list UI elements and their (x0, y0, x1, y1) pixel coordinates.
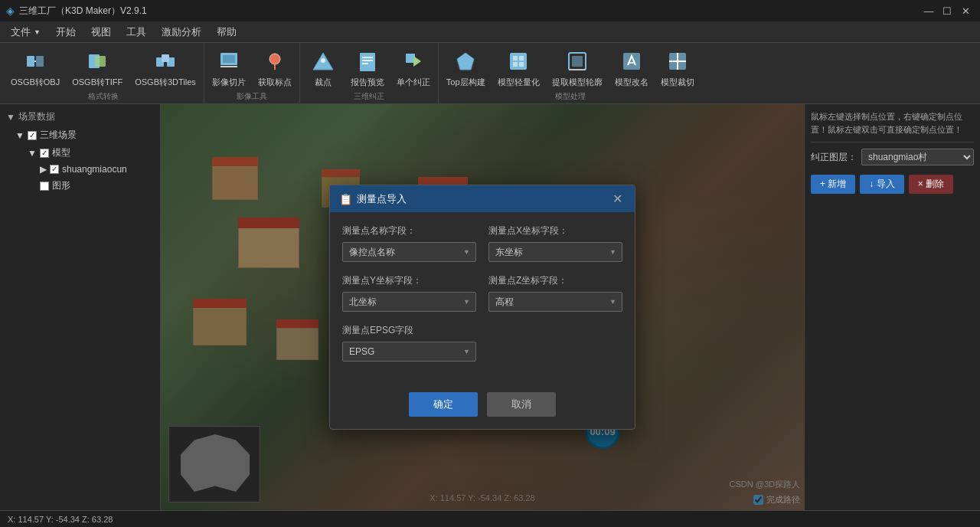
x-field-group: 测量点X坐标字段： 东坐标 (488, 224, 622, 262)
dialog-row-2: 测量点Y坐标字段： 北坐标 测量点Z坐标字段： 高程 (342, 274, 622, 312)
name-select-wrapper: 像控点名称 (342, 242, 476, 262)
delete-point-button[interactable]: × 删除 (909, 175, 953, 194)
clip-point-icon (309, 47, 337, 75)
add-point-button[interactable]: + 新增 (811, 175, 855, 194)
maximize-button[interactable]: ☐ (939, 4, 956, 18)
report-view-button[interactable]: 报告预览 (345, 44, 390, 91)
add-label: 新增 (828, 178, 846, 189)
extract-outline-button[interactable]: 提取模型轮廓 (546, 44, 609, 91)
svg-rect-0 (27, 56, 34, 67)
svg-rect-24 (519, 56, 524, 61)
osgb-3dtiles-button[interactable]: OSGB转3DTiles (129, 44, 202, 91)
shape-checkbox[interactable] (40, 182, 49, 191)
toolbar-group-model-label: 模型处理 (440, 91, 701, 103)
model-opt-button[interactable]: 模型轻量化 (492, 44, 546, 91)
single-ortho-icon (400, 47, 427, 75)
img-clip-icon (215, 47, 243, 75)
menubar: 文件 ▼ 开始 视图 工具 激励分析 帮助 (0, 21, 980, 43)
name-field-select[interactable]: 像控点名称 (342, 242, 476, 262)
dialog: 📋 测量点导入 ✕ 测量点名称字段： 像控点名称 (329, 185, 635, 430)
x-field-select[interactable]: 东坐标 (488, 242, 622, 262)
menu-view[interactable]: 视图 (83, 22, 119, 42)
toolbar-btns-image: 影像切片 获取标点 (206, 44, 298, 91)
sidebar-shape[interactable]: 图形 (0, 177, 160, 195)
epsg-field-select[interactable]: EPSG (342, 342, 476, 362)
x-select-wrapper: 东坐标 (488, 242, 622, 262)
add-icon: + (820, 178, 825, 189)
coords-text: X: 114.57 Y: -54.34 Z: 63.28 (8, 515, 113, 524)
minimize-button[interactable]: — (920, 4, 937, 18)
map-area[interactable]: X: 114.57 Y: -54.34 Z: 63.28 00:09 CSDN … (161, 104, 804, 510)
epsg-placeholder (488, 324, 622, 362)
report-view-icon (354, 47, 381, 75)
collapse-icon: ▼ (6, 112, 15, 123)
dialog-close-button[interactable]: ✕ (609, 191, 626, 206)
model-label: 模型 (52, 146, 70, 159)
menu-tools[interactable]: 工具 (119, 22, 154, 42)
right-layer-label: 纠正图层： (811, 151, 857, 164)
shuangmiao-checkbox[interactable] (50, 165, 59, 174)
titlebar-controls: — ☐ ✕ (920, 4, 974, 18)
sidebar-shuangmiaocun[interactable]: ▶ shuangmiaocun (0, 162, 160, 177)
model-clip-label: 模型裁切 (661, 77, 694, 88)
model-modify-button[interactable]: 模型改名 (609, 44, 655, 91)
delete-label: 删除 (926, 178, 944, 189)
menu-analysis[interactable]: 激励分析 (154, 22, 209, 42)
svg-point-14 (321, 58, 325, 63)
single-ortho-button[interactable]: 单个纠正 (390, 44, 436, 91)
img-clip-button[interactable]: 影像切片 (206, 44, 252, 91)
y-field-select[interactable]: 北坐标 (342, 292, 476, 312)
extract-outline-icon (564, 47, 591, 75)
dialog-ok-button[interactable]: 确定 (409, 392, 478, 417)
toolbar-btns-model: Top层构建 模型轻量化 提取模型轮廓 模型改名 (440, 44, 701, 91)
import-point-button[interactable]: ↓ 导入 (860, 175, 903, 194)
osgb-tiff-label: OSGB转TIFF (72, 77, 122, 88)
toolbar-group-3d: 裁点 报告预览 单个纠正 三维纠正 (300, 43, 439, 103)
dialog-overlay: 📋 测量点导入 ✕ 测量点名称字段： 像控点名称 (161, 104, 804, 510)
toolbar-group-model: Top层构建 模型轻量化 提取模型轮廓 模型改名 (439, 43, 702, 103)
sidebar-model[interactable]: ▼ 模型 (0, 144, 160, 162)
right-action-buttons: + 新增 ↓ 导入 × 删除 (811, 175, 974, 194)
menu-help[interactable]: 帮助 (209, 22, 244, 42)
osgb-tiff-button[interactable]: OSGB转TIFF (66, 44, 129, 91)
clip-point-label: 裁点 (315, 77, 332, 88)
delete-icon: × (918, 178, 923, 189)
osgb-obj-button[interactable]: OSGB转OBJ (5, 44, 66, 91)
svg-rect-15 (360, 53, 375, 71)
clip-point-button[interactable]: 裁点 (302, 44, 345, 91)
menu-file[interactable]: 文件 ▼ (3, 22, 48, 42)
menu-start[interactable]: 开始 (48, 22, 83, 42)
z-field-label: 测量点Z坐标字段： (488, 274, 622, 287)
model-clip-button[interactable]: 模型裁切 (655, 44, 701, 91)
y-select-wrapper: 北坐标 (342, 292, 476, 312)
dialog-title: 📋 测量点导入 (339, 192, 407, 206)
osgb-3dtiles-icon (152, 47, 179, 75)
close-button[interactable]: ✕ (957, 4, 974, 18)
osgb-obj-label: OSGB转OBJ (11, 77, 60, 88)
model-expand-icon: ▼ (28, 148, 37, 159)
z-field-select[interactable]: 高程 (488, 292, 622, 312)
sidebar-3d-scene[interactable]: ▼ 三维场景 (0, 126, 160, 144)
toolbar: OSGB转OBJ OSGB转TIFF OSGB转3DTiles 格式转换 (0, 43, 980, 104)
right-hint-text: 鼠标左键选择制点位置，右键确定制点位置！鼠标左键双击可直接确定制点位置！ (811, 110, 974, 142)
epsg-field-label: 测量点EPSG字段 (342, 324, 476, 337)
model-modify-icon (618, 47, 645, 75)
osgb-3dtiles-label: OSGB转3DTiles (135, 77, 196, 88)
model-opt-label: 模型轻量化 (498, 77, 540, 88)
top-build-button[interactable]: Top层构建 (440, 44, 492, 91)
scene-checkbox[interactable] (28, 131, 37, 140)
file-menu-label: 文件 (11, 25, 31, 39)
sidebar: ▼ 场景数据 ▼ 三维场景 ▼ 模型 ▶ shuangmiaocun 图形 (0, 104, 161, 510)
name-field-group: 测量点名称字段： 像控点名称 (342, 224, 476, 262)
toolbar-group-image: 影像切片 获取标点 影像工具 (204, 43, 300, 103)
dialog-cancel-button[interactable]: 取消 (487, 392, 556, 417)
osgb-tiff-icon (83, 47, 111, 75)
model-checkbox[interactable] (40, 149, 49, 158)
sidebar-scene-data[interactable]: ▼ 场景数据 (0, 107, 160, 126)
get-marker-label: 获取标点 (258, 77, 292, 88)
get-marker-button[interactable]: 获取标点 (252, 44, 298, 91)
toolbar-group-image-label: 影像工具 (206, 91, 298, 103)
extract-outline-label: 提取模型轮廓 (552, 77, 603, 88)
right-layer-select[interactable]: shuangmiao村 (861, 149, 974, 165)
model-clip-icon (664, 47, 691, 75)
